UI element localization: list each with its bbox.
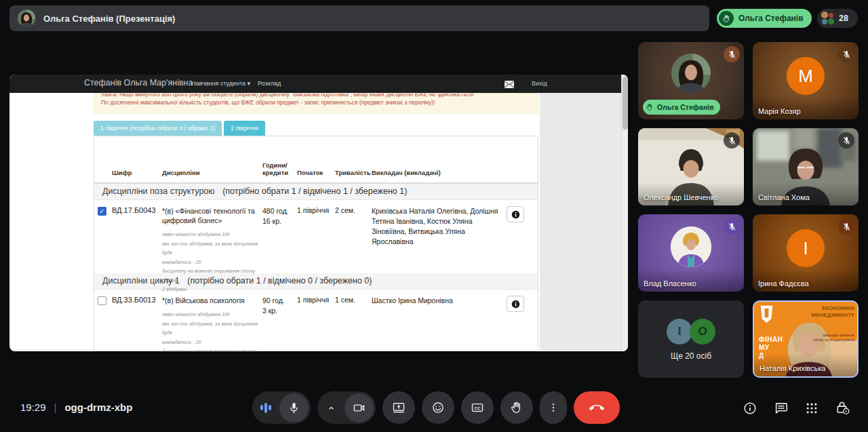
- host-controls-button[interactable]: [835, 400, 850, 418]
- participant-name: Олександр Шевченко: [644, 193, 718, 201]
- course-1-checkbox-checked: ✓: [98, 207, 106, 216]
- more-options-button[interactable]: [540, 391, 567, 424]
- mic-muted-icon: [724, 132, 740, 149]
- chat-button[interactable]: [774, 401, 789, 418]
- participants-grid: Ольга Стефанів М Марія Козяр: [638, 42, 859, 378]
- course-1-info-button: [507, 206, 524, 222]
- mic-control-group: [252, 391, 311, 424]
- video-bg-branding: ЕКОНОМІКИМЕНЕДЖМЕНТУ: [811, 305, 854, 318]
- tile-nataliia-krykhivska-speaking[interactable]: ЕКОНОМІКИМЕНЕДЖМЕНТУ ФІНАНМУД кафедра фі…: [753, 300, 859, 378]
- mic-muted-icon: [724, 218, 740, 235]
- presenter-avatar: [18, 9, 35, 27]
- tile-overflow-participants[interactable]: І О Ще 20 осіб: [638, 300, 744, 378]
- audio-level-icon: [252, 403, 279, 413]
- tile-olha-stefaniv[interactable]: Ольга Стефанів: [638, 42, 744, 119]
- participant-count-pill[interactable]: 28: [817, 9, 858, 28]
- col-teacher: Викладач (викладачі): [372, 169, 507, 182]
- tile-mariia-koziar[interactable]: М Марія Козяр: [753, 42, 859, 119]
- tab-semester-2: 2 півріччя: [224, 121, 264, 136]
- meeting-info-button[interactable]: [743, 401, 757, 418]
- overflow-initial-2: О: [690, 319, 715, 345]
- col-hours: Години/ кредити: [262, 161, 297, 182]
- mic-muted-icon: [838, 132, 854, 149]
- screen-share-view: Стефанів Ольга Мар'янівна Навчання студе…: [9, 75, 628, 351]
- section-1-stats: (потрібно обрати 1 / відмічено 1 / збере…: [222, 186, 407, 196]
- camera-control-group: [317, 391, 376, 424]
- course-2-notes: ліміт кількості здобувачів 100 мін. кіл-…: [162, 310, 262, 351]
- shared-site-username: Стефанів Ольга Мар'янівна: [84, 78, 193, 87]
- participant-avatars-cluster: [821, 12, 835, 25]
- mic-muted-icon: [838, 46, 854, 62]
- col-start: Початок: [297, 169, 335, 182]
- meeting-time: 19:29: [20, 401, 46, 413]
- col-discipline: Дисципліни: [162, 169, 262, 182]
- shared-site-header: Стефанів Ольга Мар'янівна Навчання студе…: [9, 75, 621, 93]
- participant-name: Марія Козяр: [758, 107, 801, 115]
- presentation-title: Ольга Стефанів (Презентація): [43, 14, 175, 24]
- course-row-2: ВД.33.Б0013 *(в) Військова психологія лі…: [94, 290, 538, 351]
- tile-vlad-vlasenko[interactable]: Влад Власенко: [638, 214, 744, 292]
- course-2-title: *(в) Військова психологія: [162, 296, 262, 305]
- course-2-checkbox-unchecked: [98, 296, 106, 305]
- semester-tabs: 1 півріччя (потрібно обрати 4 / обрано 1…: [94, 121, 265, 136]
- hand-raised-name-pill: Ольга Стефанів: [643, 100, 720, 115]
- section-1-title: Дисципліни поза структурою: [102, 186, 215, 196]
- raised-hand-icon: [646, 103, 654, 111]
- svg-text:CC: CC: [474, 406, 481, 410]
- tab-semester-1: 1 півріччя (потрібно обрати 4 / обрано 1…: [94, 121, 222, 136]
- shared-page-background: [540, 93, 621, 351]
- course-2-info-button: [507, 296, 524, 312]
- warning-line-2: По досягненні максимальної кількість сту…: [101, 99, 531, 107]
- end-call-button[interactable]: [574, 391, 620, 424]
- hand-raised-name: Ольга Стефанів: [738, 14, 804, 23]
- shared-nav-schedule: Розклад: [258, 80, 281, 87]
- course-2-hours: 90 год.3 кр.: [262, 296, 297, 351]
- participant-name: Ірина Фадєєва: [758, 279, 809, 288]
- video-bg-department: кафедра фінансів, обліку та оподаткуванн…: [813, 333, 855, 342]
- participant-name: Влад Власенко: [644, 279, 696, 288]
- overflow-avatars: І О: [667, 319, 715, 345]
- course-2-duration: 1 сем.: [335, 296, 372, 351]
- meeting-code: ogg-drmz-xbp: [64, 401, 132, 413]
- course-1-teachers: Крихівська Наталія Олегівна, Долішня Тет…: [372, 206, 507, 294]
- google-meet-window: Ольга Стефанів (Презентація) Ольга Стефа…: [0, 0, 868, 432]
- courses-table-card: Шифр Дисципліни Години/ кредити Початок …: [94, 136, 538, 351]
- initial-avatar: М: [787, 57, 825, 95]
- hand-raised-pill[interactable]: Ольга Стефанів: [717, 9, 812, 28]
- participant-name: Ольга Стефанів: [657, 103, 714, 111]
- overflow-count-label: Ще 20 осіб: [638, 351, 744, 361]
- raise-hand-button[interactable]: [500, 391, 533, 424]
- raised-hand-icon: [719, 11, 734, 26]
- course-1-title: *(в) «Фінансові технології та цифровий б…: [162, 206, 262, 225]
- shared-nav-study: Навчання студента ▾: [191, 80, 250, 87]
- participant-count: 28: [839, 14, 848, 23]
- course-2-start: 1 півріччя: [297, 296, 335, 351]
- presentation-banner: Ольга Стефанів (Презентація): [9, 5, 709, 31]
- mic-muted-icon: [838, 218, 854, 235]
- activities-button[interactable]: [805, 401, 818, 418]
- section-2-title: Дисципліни циклу 1: [102, 276, 180, 286]
- camera-options-chevron[interactable]: [317, 403, 344, 413]
- initial-avatar: І: [787, 229, 825, 267]
- warning-line-1: Увага! Якщо минулого або цього року Ви о…: [101, 93, 531, 99]
- overflow-initial-1: І: [667, 319, 692, 345]
- course-row-1: ✓ ВД.17.Б0043 *(в) «Фінансові технології…: [94, 200, 538, 273]
- courses-table-header: Шифр Дисципліни Години/ кредити Початок …: [94, 136, 538, 184]
- mute-mic-button[interactable]: [279, 393, 309, 423]
- participant-name: Світлана Хома: [758, 193, 810, 201]
- shared-warning-banner: Увага! Якщо минулого або цього року Ви о…: [94, 93, 538, 114]
- scrollbar-thumb: [623, 77, 628, 130]
- tile-iryna-fadieieva[interactable]: І Ірина Фадєєва: [753, 214, 859, 292]
- course-2-teachers: Шастко Ірина Миронівна: [372, 296, 507, 351]
- meeting-meta: 19:29 | ogg-drmz-xbp: [20, 401, 132, 413]
- tile-oleksandr-shevchenko[interactable]: Олександр Шевченко: [638, 128, 744, 205]
- divider: |: [54, 401, 57, 413]
- present-button[interactable]: [382, 391, 415, 424]
- col-duration: Тривалість: [335, 169, 372, 182]
- participant-avatar: [671, 54, 711, 93]
- tile-svitlana-khoma[interactable]: Світлана Хома: [753, 128, 859, 205]
- camera-toggle-button[interactable]: [344, 393, 374, 423]
- reactions-button[interactable]: [422, 391, 454, 424]
- captions-button[interactable]: CC: [461, 391, 494, 424]
- shared-logout-link: Вихід: [532, 80, 547, 87]
